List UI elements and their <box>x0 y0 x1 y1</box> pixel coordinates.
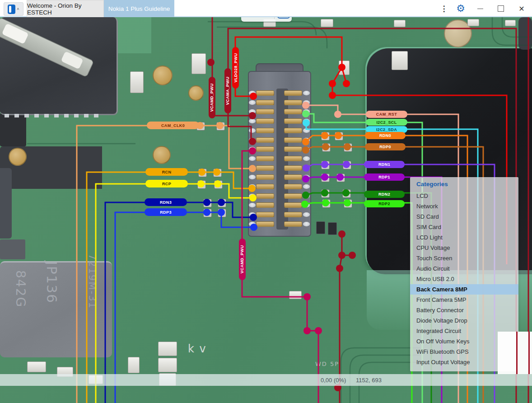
signal-label-RDP1[interactable]: RDP1 <box>364 173 405 181</box>
via-dot-VLDO28_PWU <box>329 80 336 87</box>
via-dot-VCAMD_PWU_BOT <box>315 327 322 334</box>
wire-I2C2_SCL <box>306 114 422 403</box>
title-bar: ˄ Welcome - Orion By ESTECH Nokia 1 Plus… <box>0 0 532 17</box>
signal-label-RDN0[interactable]: RDN0 <box>365 132 406 139</box>
overflow-menu-button[interactable]: ⋮ <box>436 0 452 17</box>
category-item-battery-connector[interactable]: Battery Connector <box>410 305 518 315</box>
via-dot-RCN <box>198 169 205 176</box>
via-dot-RDN3 <box>250 214 257 221</box>
via-dot-RDN3 <box>218 199 225 206</box>
via-dot-RDN2 <box>302 192 309 199</box>
via-dot-RDP1 <box>321 173 328 181</box>
signal-label-RDP0[interactable]: RDP0 <box>365 143 406 150</box>
via-dot-RDP2 <box>344 199 351 206</box>
via-dot-CAM_CLK0 <box>249 165 256 172</box>
categories-title: Categories <box>416 181 448 187</box>
via-dot-RDN0 <box>302 138 309 145</box>
signal-label-RDP2[interactable]: RDP2 <box>364 200 405 207</box>
category-item-touch-screen[interactable]: Touch Screen <box>410 253 518 263</box>
via-dot-VLDO28_PWU <box>343 80 350 87</box>
signal-label-I2C2_SCL[interactable]: I2C2_SCL <box>366 119 407 126</box>
via-dot-VLDO28_PWU <box>329 92 336 99</box>
app-logo-icon <box>8 5 15 14</box>
tab-welcome[interactable]: Welcome - Orion By ESTECH <box>27 0 104 17</box>
wire-RCN <box>87 172 252 403</box>
via-dot-RCN <box>248 185 256 192</box>
category-item-sim-card[interactable]: SIM Card <box>410 222 518 232</box>
status-bar: 0,00 (0%) 1152, 693 <box>0 374 532 386</box>
wire-RCP <box>96 184 253 403</box>
via-dot-VCAMD_PWU_BOT <box>249 147 256 155</box>
signal-label-VCAMD_PWU_TOP[interactable]: VCAMD_PWU <box>209 77 215 118</box>
via-dot-PWR_NET <box>338 230 345 238</box>
category-item-network[interactable]: Network <box>410 201 518 211</box>
via-dot-RDP3 <box>203 209 210 216</box>
maximize-button[interactable] <box>490 0 511 17</box>
wire-VLDO28_PWU <box>235 37 342 96</box>
via-dot-RCP <box>249 194 257 202</box>
app-window: CAM_CLK0RCNRCPRDN3RDP3VLDO28_PWUVCAMD_PW… <box>0 0 532 403</box>
via-dot-RDP0 <box>322 143 329 150</box>
via-dot-VCAMD_PWU_BOT <box>303 293 311 300</box>
via-dot-CAM_CLK0 <box>216 122 224 129</box>
via-dot-VCAMD_PWU_TOP <box>207 59 215 66</box>
category-item-diode-voltage-drop[interactable]: Diode Voltage Drop <box>410 315 518 326</box>
via-dot-RDN3 <box>203 199 210 206</box>
via-dot-PWR_NET <box>338 252 345 259</box>
via-dot-RDN0 <box>335 132 342 139</box>
close-icon: ✕ <box>518 5 524 13</box>
tab-nokia-guideline[interactable]: Nokia 1 Plus Guideline <box>104 0 174 17</box>
category-item-audio-circuit[interactable]: Audio Circuit <box>410 263 518 274</box>
signal-label-VCAMD_PWU_BOT[interactable]: VCAMD_PWU <box>239 239 246 280</box>
minimize-icon <box>477 9 483 9</box>
settings-button[interactable]: ⚙ <box>452 0 470 17</box>
gear-icon: ⚙ <box>456 3 465 14</box>
via-dot-RDP2 <box>301 201 308 208</box>
category-item-micro-usb-2-0[interactable]: Micro USB 2.0 <box>410 274 518 284</box>
signal-label-CAM_CLK0[interactable]: CAM_CLK0 <box>147 122 199 129</box>
via-dot-RDN1 <box>343 161 350 168</box>
via-dot-RCN <box>213 169 220 176</box>
signal-label-VCAMA_PWU[interactable]: VCAMA_PWU <box>224 68 231 113</box>
via-dot-RDP0 <box>302 146 309 154</box>
category-item-lcd[interactable]: LCD <box>410 191 518 201</box>
minimize-button[interactable] <box>470 0 490 17</box>
signal-label-CAM_RST[interactable]: CAM_RST <box>366 111 407 118</box>
signal-label-RDN1[interactable]: RDN1 <box>364 161 405 168</box>
via-dot-VLDO28_PWU <box>338 64 345 71</box>
category-item-lcd-light[interactable]: LCD Light <box>410 232 518 243</box>
wire-over-minimap <box>516 332 518 374</box>
via-dot-VCAMD_PWU_BOT <box>303 327 311 334</box>
via-dot-RDP3 <box>218 209 225 216</box>
via-dot-RDP1 <box>302 175 309 183</box>
via-dot-VCAMA_PWU <box>249 138 256 145</box>
signal-label-VLDO28_PWU[interactable]: VLDO28_PWU <box>232 47 239 89</box>
via-dot-RDN1 <box>321 161 328 168</box>
category-item-front-camera-5mp[interactable]: Front Camera 5MP <box>410 295 518 305</box>
app-menu-button[interactable]: ˄ <box>4 2 23 16</box>
via-dot-RDN1 <box>303 164 310 172</box>
signal-label-RDN2[interactable]: RDN2 <box>364 191 405 198</box>
close-button[interactable]: ✕ <box>511 0 532 17</box>
minimap-placeholder <box>498 332 532 374</box>
signal-label-RDN3[interactable]: RDN3 <box>145 198 187 206</box>
via-dot-RDN2 <box>342 189 350 197</box>
window-controls: ⋮ ⚙ ✕ <box>436 0 532 17</box>
maximize-icon <box>498 5 504 12</box>
wire-RDP2 <box>305 203 412 403</box>
category-item-sd-card[interactable]: SD Card <box>410 211 518 222</box>
signal-label-RCP[interactable]: RCP <box>145 180 188 187</box>
category-item-cpu-voltage[interactable]: CPU Voltage <box>410 243 518 253</box>
category-item-back-camera-8mp[interactable]: Back Camera 8MP <box>410 284 518 295</box>
via-dot-RCP <box>197 180 205 187</box>
via-dot-VCAMD_PWU_TOP <box>249 112 256 119</box>
kebab-menu-icon: ⋮ <box>440 4 448 14</box>
signal-label-RDP3[interactable]: RDP3 <box>145 208 187 216</box>
signal-label-RCN[interactable]: RCN <box>145 168 188 176</box>
via-dot-RDN2 <box>321 189 328 197</box>
status-cursor-coords: 1152, 693 <box>356 377 382 384</box>
via-dot-RDP2 <box>322 199 329 206</box>
via-dot-RCP <box>214 180 221 187</box>
via-dot-I2C2_SCL <box>302 110 309 117</box>
via-dot-RDP0 <box>344 143 351 150</box>
